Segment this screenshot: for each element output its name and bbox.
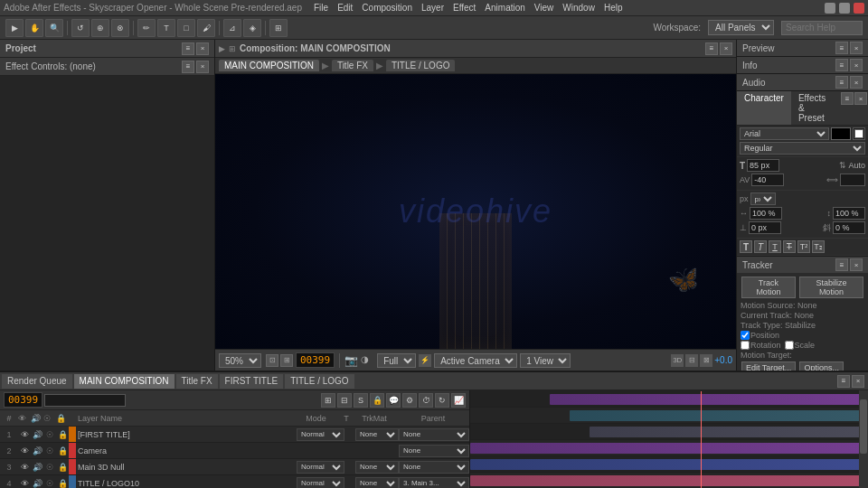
audio-close[interactable]: × bbox=[850, 76, 863, 89]
menu-edit[interactable]: Edit bbox=[333, 3, 357, 13]
snap-tool[interactable]: ⊞ bbox=[269, 19, 288, 37]
underline-btn[interactable]: T bbox=[769, 240, 781, 253]
rotation-checkbox[interactable] bbox=[741, 341, 750, 350]
breadcrumb-title-fx[interactable]: Title FX bbox=[332, 60, 373, 71]
menu-animation[interactable]: Animation bbox=[480, 3, 529, 13]
puppet-tool[interactable]: ⊿ bbox=[223, 19, 241, 37]
pen-tool[interactable]: ✏ bbox=[137, 19, 156, 37]
comp-panel-close[interactable]: × bbox=[720, 42, 732, 55]
tsuki-input[interactable] bbox=[833, 221, 865, 234]
info-close[interactable]: × bbox=[850, 59, 863, 71]
comp-reset-btn[interactable]: ⊡ bbox=[266, 354, 278, 367]
zoom-tool[interactable]: 🔍 bbox=[45, 19, 63, 37]
timeline-bar[interactable] bbox=[470, 443, 868, 454]
font-style-dropdown[interactable]: Regular bbox=[740, 142, 865, 155]
tracking-input[interactable] bbox=[840, 174, 865, 186]
menu-window[interactable]: Window bbox=[558, 3, 599, 13]
window-maximize[interactable] bbox=[839, 3, 850, 14]
char-panel-menu[interactable]: ≡ bbox=[841, 92, 854, 105]
effect-controls-menu[interactable]: ≡ bbox=[182, 61, 194, 73]
timeline-bar[interactable] bbox=[470, 459, 868, 470]
position-checkbox[interactable] bbox=[741, 331, 750, 340]
shape-tool[interactable]: □ bbox=[177, 19, 195, 37]
layer-row[interactable]: 3 👁 🔊 ☉ 🔒 Main 3D Null Normal None None bbox=[0, 459, 469, 475]
breadcrumb-title-logo[interactable]: TITLE / LOGO bbox=[386, 60, 455, 71]
tab-character[interactable]: Character bbox=[737, 91, 791, 125]
tl-expand-all[interactable]: ⊞ bbox=[321, 393, 335, 408]
options-btn[interactable]: Options... bbox=[799, 361, 844, 371]
strikethrough-btn[interactable]: T̶ bbox=[783, 240, 796, 253]
timeline-scroll-thumb[interactable] bbox=[860, 399, 867, 454]
brush-tool[interactable]: 🖌 bbox=[197, 19, 215, 37]
tab-main-composition[interactable]: MAIN COMPOSITION bbox=[74, 374, 175, 389]
audio-menu[interactable]: ≡ bbox=[835, 76, 848, 89]
tl-comment[interactable]: 💬 bbox=[386, 393, 401, 408]
hscale-input[interactable] bbox=[750, 207, 782, 220]
layer-row[interactable]: 1 👁 🔊 ☉ 🔒 [FIRST TITLE] Normal None None bbox=[0, 427, 469, 443]
tracker-close[interactable]: × bbox=[850, 258, 863, 271]
tab-effects-preset[interactable]: Effects & Preset bbox=[791, 91, 840, 125]
comp-show-channel[interactable]: ◑ bbox=[361, 354, 373, 367]
tab-title-logo[interactable]: TITLE / LOGO bbox=[285, 374, 354, 389]
info-menu[interactable]: ≡ bbox=[835, 59, 848, 71]
tl-lock[interactable]: 🔒 bbox=[370, 393, 384, 408]
edit-target-btn[interactable]: Edit Target... bbox=[741, 361, 796, 371]
composition-viewport[interactable]: Active Camera videohive 🦋 bbox=[215, 74, 736, 349]
tl-solo[interactable]: S bbox=[354, 393, 368, 408]
comp-snapshot-btn[interactable]: 📷 bbox=[344, 354, 357, 367]
font-family-dropdown[interactable]: Arial bbox=[740, 127, 829, 140]
tab-title-fx[interactable]: Title FX bbox=[176, 374, 218, 389]
menu-effect[interactable]: Effect bbox=[448, 3, 480, 13]
track-motion-btn[interactable]: Track Motion bbox=[741, 277, 796, 298]
window-minimize[interactable] bbox=[825, 3, 835, 14]
text-color-swatch[interactable] bbox=[831, 127, 851, 140]
tl-flow[interactable]: ↻ bbox=[435, 393, 449, 408]
vscale-input[interactable] bbox=[833, 207, 865, 220]
timecode-display[interactable]: 00399 bbox=[4, 392, 42, 408]
preview-close[interactable]: × bbox=[850, 42, 863, 54]
project-panel-menu[interactable]: ≡ bbox=[182, 42, 194, 55]
char-options-btn[interactable] bbox=[853, 127, 865, 140]
project-panel-close[interactable]: × bbox=[196, 42, 209, 55]
tl-framerate[interactable]: ⏱ bbox=[419, 393, 433, 408]
menu-composition[interactable]: Composition bbox=[357, 3, 417, 13]
menu-layer[interactable]: Layer bbox=[417, 3, 448, 13]
text-tool[interactable]: T bbox=[157, 19, 175, 37]
timeline-bar[interactable] bbox=[570, 410, 868, 421]
char-panel-close[interactable]: × bbox=[854, 92, 867, 105]
search-help-input[interactable] bbox=[781, 21, 863, 35]
camera-dropdown[interactable]: Active Camera bbox=[434, 353, 517, 368]
tracker-menu[interactable]: ≡ bbox=[835, 258, 848, 271]
pan-tool[interactable]: ⊗ bbox=[111, 19, 129, 37]
tl-collapse-all[interactable]: ⊟ bbox=[337, 393, 352, 408]
superscript-btn[interactable]: T² bbox=[797, 240, 810, 253]
breadcrumb-main-comp[interactable]: MAIN COMPOSITION bbox=[219, 60, 319, 71]
camera-tool[interactable]: ⊕ bbox=[91, 19, 109, 37]
subscript-btn[interactable]: T₂ bbox=[812, 240, 825, 253]
tl-graph[interactable]: 📈 bbox=[451, 393, 466, 408]
font-size-input[interactable] bbox=[747, 159, 779, 172]
timeline-bar[interactable] bbox=[590, 427, 868, 437]
menu-help[interactable]: Help bbox=[599, 3, 627, 13]
roto-tool[interactable]: ◈ bbox=[243, 19, 261, 37]
layer-row[interactable]: 2 👁 🔊 ☉ 🔒 Camera None bbox=[0, 443, 469, 459]
baseline-input[interactable] bbox=[749, 221, 781, 234]
timeline-scrollbar[interactable] bbox=[859, 390, 868, 488]
playhead[interactable] bbox=[701, 391, 702, 488]
leading-unit-dropdown[interactable]: px bbox=[750, 192, 776, 205]
window-close[interactable] bbox=[854, 3, 864, 14]
comp-grid-btn[interactable]: ⊞ bbox=[280, 354, 293, 367]
menu-view[interactable]: View bbox=[530, 3, 559, 13]
timeline-bar[interactable] bbox=[470, 475, 868, 486]
scale-checkbox[interactable] bbox=[785, 341, 794, 350]
comp-safe-area[interactable]: ⊠ bbox=[700, 354, 712, 367]
tab-first-title[interactable]: FIRST TITLE bbox=[220, 374, 284, 389]
layer-row[interactable]: 4 👁 🔊 ☉ 🔒 TITLE / LOGO10 Normal None 3. … bbox=[0, 475, 469, 488]
timeline-search[interactable] bbox=[44, 394, 126, 407]
comp-panel-menu[interactable]: ≡ bbox=[705, 42, 718, 55]
kerning-input[interactable] bbox=[751, 174, 784, 186]
comp-grid-overlay[interactable]: ⊟ bbox=[685, 354, 698, 367]
timeline-close[interactable]: × bbox=[852, 375, 864, 388]
workspace-dropdown[interactable]: All Panels bbox=[708, 20, 774, 35]
timeline-bar[interactable] bbox=[550, 394, 868, 405]
